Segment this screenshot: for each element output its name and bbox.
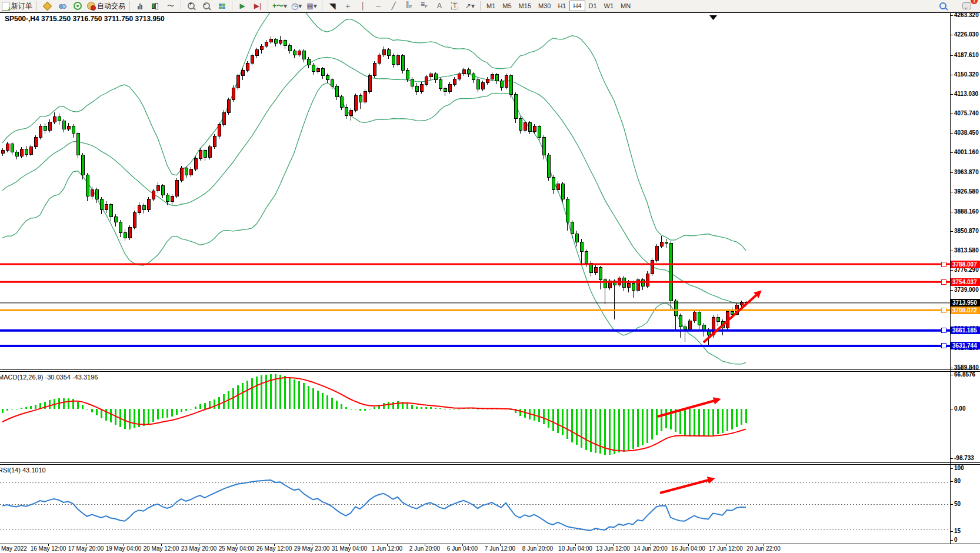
- macd-bar: [435, 408, 436, 409]
- trend-arrow-main[interactable]: [704, 292, 760, 342]
- rsi-tick-label: 50: [954, 501, 961, 508]
- timeframe-mn[interactable]: MN: [617, 1, 634, 11]
- macd-bar: [326, 395, 328, 409]
- timeframe-d1[interactable]: D1: [585, 1, 601, 11]
- bull-candle: [175, 181, 178, 196]
- bollinger-upper: [2, 13, 746, 251]
- bull-candle: [429, 74, 432, 76]
- timeframe-h1[interactable]: H1: [554, 1, 569, 11]
- channel-button[interactable]: ∥E: [402, 1, 416, 11]
- fibonacci-button[interactable]: ≡F: [417, 1, 431, 11]
- macd-bar: [91, 409, 93, 412]
- horizontal-line-button[interactable]: ─: [371, 1, 385, 11]
- timeframe-h4[interactable]: H4: [569, 1, 585, 11]
- timeframe-m5[interactable]: M5: [499, 1, 515, 11]
- signals-button[interactable]: [71, 1, 85, 11]
- line-chart-button[interactable]: 〜: [164, 1, 178, 11]
- timeframe-m30[interactable]: M30: [535, 1, 554, 11]
- level-handle-resistance-upper[interactable]: [941, 262, 946, 267]
- main-chart-pane[interactable]: [0, 13, 950, 369]
- pane-separator[interactable]: [0, 462, 980, 463]
- pane-separator[interactable]: [0, 464, 980, 465]
- bar-chart-button[interactable]: [133, 1, 147, 11]
- macd-histogram: [2, 374, 747, 455]
- text-button[interactable]: A: [432, 1, 446, 11]
- cursor-button[interactable]: ◥: [325, 1, 339, 11]
- level-lines: [0, 264, 950, 346]
- autotrade-button[interactable]: 自动交易: [86, 1, 126, 11]
- time-axis[interactable]: May 202216 May 12:0017 May 20:0019 May 0…: [0, 544, 980, 553]
- bear-candle: [476, 80, 479, 89]
- rsi-pane[interactable]: [0, 465, 950, 544]
- bollinger-lower: [2, 83, 746, 364]
- pane-separator[interactable]: [0, 369, 980, 370]
- axis-tick: [950, 35, 953, 35]
- notifications-button[interactable]: 1: [959, 1, 974, 11]
- zoom-in-button[interactable]: +: [184, 1, 198, 11]
- indicators-button[interactable]: +〜▾: [271, 1, 288, 11]
- macd-bar: [256, 377, 258, 409]
- contacts-button[interactable]: [55, 1, 69, 11]
- level-handle-support-lower[interactable]: [941, 343, 946, 348]
- timeframe-w1[interactable]: W1: [601, 1, 618, 11]
- price-tag-support-lower: 3631.744: [951, 342, 980, 349]
- macd-bar: [204, 403, 206, 409]
- level-handle-resistance-lower[interactable]: [941, 279, 946, 285]
- tile-windows-button[interactable]: [215, 1, 229, 11]
- timeframe-m15[interactable]: M15: [515, 1, 535, 11]
- new-order-button[interactable]: 新订单: [1, 1, 34, 11]
- text-icon: A: [437, 2, 442, 9]
- timeframe-group: M1M5M15M30H1H4D1W1MN: [483, 1, 634, 11]
- horizontal-line-icon: ─: [376, 2, 381, 9]
- macd-bar: [562, 409, 564, 435]
- price-tick-label: 3850.870: [954, 228, 979, 235]
- bear-candle: [345, 107, 348, 115]
- chart-shift-button[interactable]: ▶|: [251, 1, 265, 11]
- bull-candle: [458, 74, 461, 79]
- macd-bar: [656, 409, 658, 435]
- crosshair-button[interactable]: ＋: [341, 1, 355, 11]
- level-handle-pivot-orange[interactable]: [941, 308, 946, 313]
- trendline-button[interactable]: ╱: [386, 1, 401, 11]
- bear-candle: [444, 88, 446, 91]
- pane-separator[interactable]: [0, 371, 980, 372]
- channel-icon: ∥E: [405, 1, 412, 11]
- macd-bar: [722, 409, 724, 433]
- macd-bar: [374, 407, 375, 409]
- cursor-icon: ◥: [329, 2, 336, 9]
- level-handle-support-upper[interactable]: [941, 328, 946, 333]
- time-label: 1 Jun 12:00: [372, 545, 402, 552]
- bull-candle: [6, 144, 9, 150]
- timeframe-m1[interactable]: M1: [483, 1, 499, 11]
- bull-candle: [693, 312, 696, 321]
- macd-bar: [632, 409, 634, 449]
- candle-chart-button[interactable]: [148, 1, 162, 11]
- vertical-line-button[interactable]: │: [356, 1, 370, 11]
- bull-candle: [364, 91, 366, 102]
- zoom-out-button[interactable]: -: [199, 1, 214, 11]
- templates-button[interactable]: ▦▾: [305, 1, 319, 11]
- bull-candle: [213, 136, 216, 147]
- marketwatch-button[interactable]: [40, 1, 54, 11]
- macd-bar: [110, 409, 112, 422]
- text-label-button[interactable]: T: [448, 1, 462, 11]
- trendline-icon: ╱: [391, 2, 395, 9]
- macd-pane[interactable]: [0, 372, 950, 462]
- macd-bar: [195, 407, 196, 409]
- macd-bar: [726, 409, 728, 431]
- bull-candle: [486, 79, 489, 82]
- bollinger-middle: [2, 58, 746, 307]
- arrows-button[interactable]: ↗▾: [463, 1, 477, 11]
- chart-shift-marker[interactable]: [709, 15, 717, 20]
- macd-bar: [2, 409, 4, 413]
- trend-arrow-macd[interactable]: [658, 399, 719, 417]
- search-button[interactable]: [936, 1, 950, 11]
- trend-arrow-rsi[interactable]: [660, 479, 713, 493]
- macd-bar: [21, 408, 22, 409]
- periods-button[interactable]: ◷▾: [289, 1, 304, 11]
- macd-bar: [265, 375, 267, 409]
- macd-bar: [82, 405, 84, 409]
- auto-scroll-button[interactable]: ▶: [235, 1, 249, 11]
- chart-shift-icon: ▶|: [254, 2, 261, 9]
- macd-bar: [105, 409, 107, 421]
